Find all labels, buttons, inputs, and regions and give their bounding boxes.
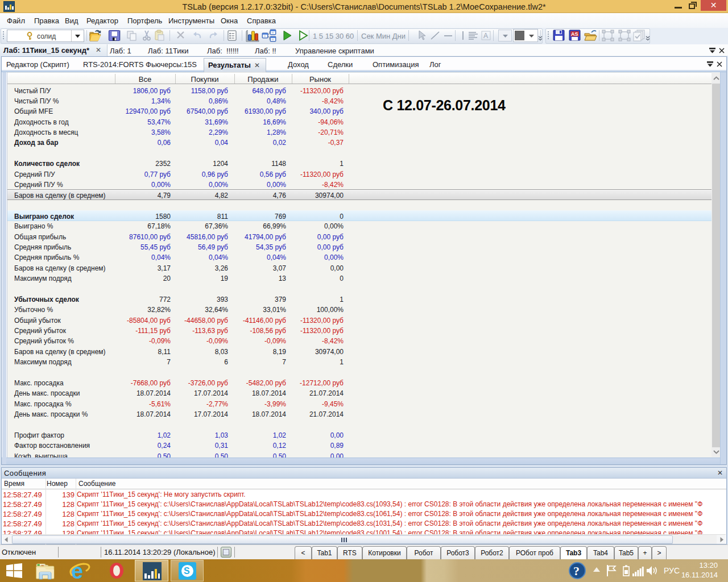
svg-text:A: A: [483, 32, 488, 40]
svg-text:?: ?: [573, 564, 580, 578]
svg-text:AS: AS: [571, 31, 578, 37]
svg-text:S: S: [184, 566, 190, 576]
